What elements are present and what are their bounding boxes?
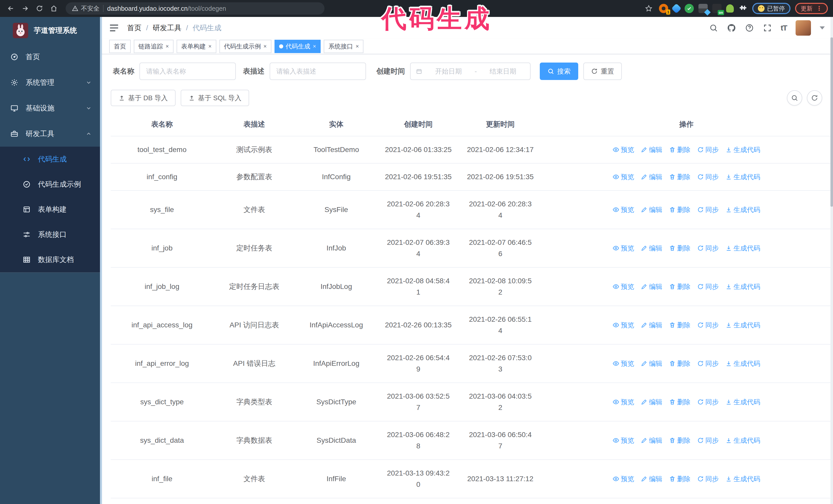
edit-action[interactable]: 编辑 — [641, 145, 662, 154]
generate-code-action[interactable]: 生成代码 — [725, 359, 760, 368]
breadcrumb-home[interactable]: 首页 — [127, 23, 142, 33]
generate-code-action[interactable]: 生成代码 — [725, 321, 760, 330]
search-icon[interactable] — [709, 23, 718, 32]
preview-action[interactable]: 预览 — [613, 282, 634, 291]
help-icon[interactable] — [745, 23, 754, 32]
edit-action[interactable]: 编辑 — [641, 321, 662, 330]
generate-code-action[interactable]: 生成代码 — [725, 145, 760, 154]
preview-action[interactable]: 预览 — [613, 244, 634, 253]
caret-down-icon[interactable] — [820, 26, 825, 29]
sync-action[interactable]: 同步 — [697, 172, 719, 182]
preview-action[interactable]: 预览 — [613, 321, 634, 330]
sidebar-item-form-builder[interactable]: 表单构建 — [0, 197, 100, 222]
close-icon[interactable]: × — [263, 44, 267, 49]
tab-codegen-example[interactable]: 代码生成示例× — [219, 40, 271, 53]
tab-codegen[interactable]: 代码生成× — [275, 40, 321, 53]
page-scrollbar[interactable] — [830, 17, 833, 504]
delete-action[interactable]: 删除 — [669, 172, 690, 182]
preview-action[interactable]: 预览 — [613, 475, 634, 483]
delete-action[interactable]: 删除 — [669, 282, 690, 291]
refresh-table-button[interactable] — [807, 90, 822, 105]
github-icon[interactable] — [727, 23, 736, 32]
paused-badge[interactable]: 已暂停 — [752, 3, 790, 14]
bookmark-star-icon[interactable] — [643, 3, 654, 14]
preview-action[interactable]: 预览 — [613, 398, 634, 407]
sync-action[interactable]: 同步 — [697, 398, 719, 407]
font-size-icon[interactable]: tT — [781, 24, 787, 32]
generate-code-action[interactable]: 生成代码 — [725, 398, 760, 407]
extension-icon-orange[interactable]: 1 — [659, 4, 668, 13]
app-logo[interactable]: 芋道管理系统 — [0, 17, 100, 44]
sidebar-item-codegen[interactable]: 代码生成 — [0, 147, 100, 172]
sync-action[interactable]: 同步 — [697, 205, 719, 214]
scrollbar-thumb[interactable] — [830, 38, 833, 207]
sidebar-item-db-doc[interactable]: 数据库文档 — [0, 247, 100, 272]
toggle-search-button[interactable] — [787, 90, 802, 105]
date-range-picker[interactable]: 开始日期 - 结束日期 — [410, 63, 530, 80]
update-button[interactable]: 更新⋮ — [795, 3, 828, 14]
sidebar-item-home[interactable]: 首页 — [0, 44, 100, 70]
generate-code-action[interactable]: 生成代码 — [725, 244, 760, 253]
import-db-button[interactable]: 基于 DB 导入 — [111, 90, 175, 106]
avatar[interactable] — [795, 20, 811, 35]
extension-icon-on[interactable]: on — [712, 4, 721, 13]
preview-action[interactable]: 预览 — [613, 172, 634, 182]
sync-action[interactable]: 同步 — [697, 475, 719, 483]
sync-action[interactable]: 同步 — [697, 282, 719, 291]
security-warning[interactable]: 不安全 — [72, 4, 99, 13]
delete-action[interactable]: 删除 — [669, 205, 690, 214]
close-icon[interactable]: × — [208, 44, 212, 49]
reload-icon[interactable] — [34, 3, 45, 14]
generate-code-action[interactable]: 生成代码 — [725, 172, 760, 182]
sync-action[interactable]: 同步 — [697, 244, 719, 253]
address-bar[interactable]: 不安全 dashboard.yudao.iocoder.cn/tool/code… — [66, 2, 325, 15]
edit-action[interactable]: 编辑 — [641, 205, 662, 214]
tab-system-api[interactable]: 系统接口× — [324, 40, 363, 53]
sidebar-item-devtools[interactable]: 研发工具 — [0, 121, 100, 147]
edit-action[interactable]: 编辑 — [641, 398, 662, 407]
delete-action[interactable]: 删除 — [669, 145, 690, 154]
edit-action[interactable]: 编辑 — [641, 172, 662, 182]
breadcrumb-devtools[interactable]: 研发工具 — [153, 23, 182, 33]
preview-action[interactable]: 预览 — [613, 359, 634, 368]
preview-action[interactable]: 预览 — [613, 436, 634, 445]
sync-action[interactable]: 同步 — [697, 436, 719, 445]
extension-icon-android[interactable] — [726, 4, 734, 13]
tab-tracing[interactable]: 链路追踪× — [134, 40, 173, 53]
forward-icon[interactable] — [20, 3, 31, 14]
table-name-input[interactable] — [139, 63, 236, 80]
extensions-puzzle-icon[interactable] — [738, 4, 748, 13]
generate-code-action[interactable]: 生成代码 — [725, 205, 760, 214]
edit-action[interactable]: 编辑 — [641, 436, 662, 445]
close-icon[interactable]: × — [313, 44, 316, 49]
generate-code-action[interactable]: 生成代码 — [725, 436, 760, 445]
delete-action[interactable]: 删除 — [669, 321, 690, 330]
sidebar-item-system-api[interactable]: 系统接口 — [0, 222, 100, 247]
tab-home[interactable]: 首页 — [109, 40, 131, 53]
hamburger-icon[interactable] — [109, 24, 119, 32]
extension-icon-diamond[interactable] — [671, 3, 682, 14]
generate-code-action[interactable]: 生成代码 — [725, 282, 760, 291]
edit-action[interactable]: 编辑 — [641, 475, 662, 483]
edit-action[interactable]: 编辑 — [641, 282, 662, 291]
sidebar-item-codegen-example[interactable]: 代码生成示例 — [0, 172, 100, 197]
reset-button[interactable]: 重置 — [584, 63, 622, 80]
tab-form-builder[interactable]: 表单构建× — [176, 40, 216, 53]
table-desc-input[interactable] — [270, 63, 366, 80]
edit-action[interactable]: 编辑 — [641, 359, 662, 368]
sidebar-item-infra[interactable]: 基础设施 — [0, 95, 100, 121]
import-sql-button[interactable]: 基于 SQL 导入 — [181, 90, 249, 106]
back-icon[interactable] — [5, 3, 17, 14]
sidebar-item-system[interactable]: 系统管理 — [0, 70, 100, 95]
preview-action[interactable]: 预览 — [613, 145, 634, 154]
close-icon[interactable]: × — [356, 44, 359, 49]
sidebar-scrollbar[interactable] — [100, 17, 102, 504]
preview-action[interactable]: 预览 — [613, 205, 634, 214]
close-icon[interactable]: × — [166, 44, 169, 49]
extension-icon-green-check[interactable] — [685, 4, 694, 13]
generate-code-action[interactable]: 生成代码 — [725, 475, 760, 483]
delete-action[interactable]: 删除 — [669, 475, 690, 483]
search-button[interactable]: 搜索 — [540, 63, 578, 80]
sync-action[interactable]: 同步 — [697, 359, 719, 368]
url-text[interactable]: dashboard.yudao.iocoder.cn/tool/codegen — [107, 5, 226, 12]
